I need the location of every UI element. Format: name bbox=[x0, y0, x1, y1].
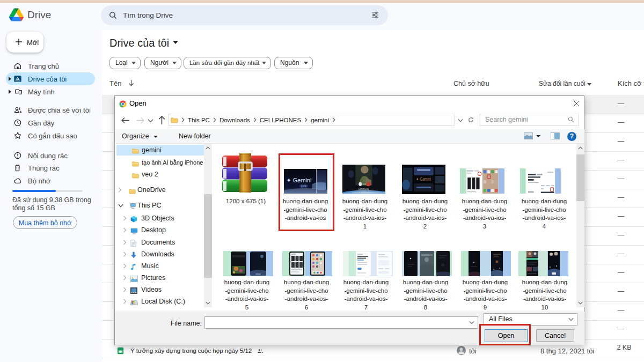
svg-text:Gemini Live: Gemini Live bbox=[358, 187, 369, 190]
svg-text:✦ Gemini: ✦ Gemini bbox=[416, 177, 431, 182]
